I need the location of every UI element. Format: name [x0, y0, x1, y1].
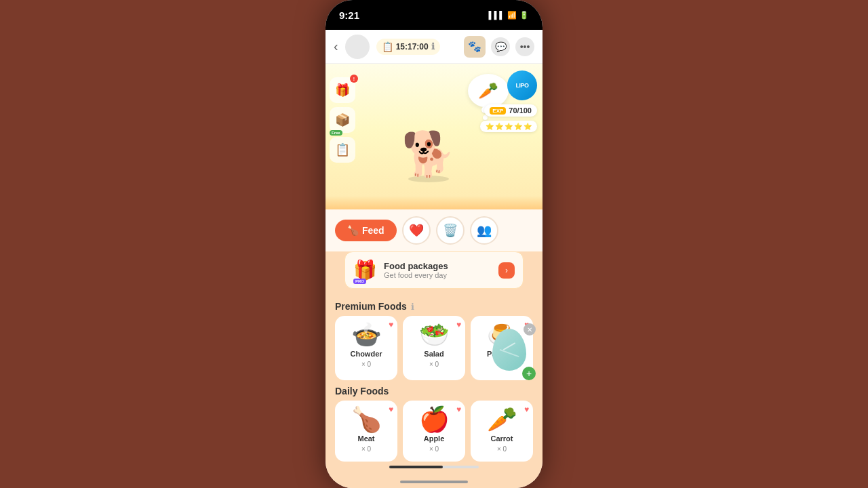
chowder-name: Chowder — [350, 350, 382, 358]
chowder-emoji: 🍲 — [351, 323, 382, 347]
pet-area: 🎁 ! 📦 Free 📋 🥕 🐕 — [326, 64, 542, 196]
star-4: ⭐ — [514, 123, 522, 130]
star-2: ⭐ — [495, 123, 503, 130]
wifi-icon: 📶 — [507, 11, 517, 20]
timer-icon: 📋 — [382, 41, 393, 52]
feed-button[interactable]: 🍗 Feed — [335, 220, 397, 241]
stars-row: ⭐ ⭐ ⭐ ⭐ ⭐ — [480, 121, 537, 132]
egg-shape — [492, 329, 526, 371]
more-button[interactable]: ••• — [515, 37, 534, 56]
chowder-heart: ♥ — [389, 320, 393, 329]
carrot-heart: ♥ — [524, 405, 529, 414]
salad-card[interactable]: ♥ 🥗 Salad × 0 — [403, 316, 465, 380]
gift-badge: ! — [350, 75, 358, 83]
feed-icon: 🍗 — [347, 225, 359, 236]
premium-foods-title: Premium Foods — [335, 301, 407, 312]
daily-foods-grid: ♥ 🍗 Meat × 0 ♥ 🍎 Apple × 0 ♥ 🥕 Carrot × … — [335, 401, 533, 462]
phone-frame: 9:21 ▌▌▌ 📶 🔋 ‹ 📋 15:17:00 ℹ 🐾 💬 ••• 🎁 — [326, 0, 542, 488]
dynamic-island — [403, 7, 465, 24]
right-stats: LIPO EXP 70/100 ⭐ ⭐ ⭐ ⭐ ⭐ — [480, 70, 537, 132]
main-content: 🎁 PRO Food packages Get food every day ›… — [326, 251, 542, 475]
food-pkg-title: Food packages — [384, 261, 492, 271]
chat-nav-icon[interactable]: 💬 — [491, 37, 510, 56]
meat-emoji: 🍗 — [351, 407, 382, 432]
lipo-label: LIPO — [515, 82, 528, 89]
meat-name: Meat — [357, 434, 374, 443]
package-item[interactable]: 📦 Free — [330, 107, 355, 133]
daily-foods-header: Daily Foods — [335, 380, 533, 401]
apple-heart: ♥ — [456, 405, 461, 414]
scroll-indicator — [389, 466, 479, 468]
carrot-count: × 0 — [497, 445, 507, 453]
dog-emoji: 🐕 — [401, 132, 456, 176]
apple-emoji: 🍎 — [419, 407, 450, 432]
heart-action-button[interactable]: ❤️ — [402, 216, 431, 245]
egg-crack-1 — [503, 342, 515, 350]
avatar-circle — [345, 35, 370, 59]
carrot-name: Carrot — [490, 434, 513, 443]
free-badge: Free — [330, 130, 342, 136]
star-3: ⭐ — [505, 123, 513, 130]
food-packages-banner[interactable]: 🎁 PRO Food packages Get food every day › — [344, 251, 524, 289]
carrot-emoji: 🥕 — [487, 407, 517, 432]
daily-foods-title: Daily Foods — [335, 386, 389, 396]
food-pkg-text: Food packages Get food every day — [384, 261, 492, 279]
status-icons: ▌▌▌ 📶 🔋 — [489, 11, 529, 20]
salad-heart: ♥ — [456, 320, 461, 329]
exp-value: 70/100 — [509, 106, 532, 115]
chowder-count: × 0 — [361, 361, 371, 368]
gift-item[interactable]: 🎁 ! — [330, 77, 355, 103]
timer-value: 15:17:00 — [396, 42, 429, 52]
top-nav: ‹ 📋 15:17:00 ℹ 🐾 💬 ••• — [326, 30, 542, 64]
premium-foods-header: Premium Foods ℹ — [335, 296, 533, 316]
nav-right: 🐾 💬 ••• — [464, 36, 534, 58]
pet-nav-icon[interactable]: 🐾 — [464, 36, 486, 58]
food-pkg-arrow[interactable]: › — [498, 262, 515, 279]
exp-label: EXP — [490, 107, 506, 115]
salad-emoji: 🥗 — [419, 323, 450, 347]
food-pkg-icon-container: 🎁 PRO — [353, 259, 377, 281]
status-bar: 9:21 ▌▌▌ 📶 🔋 — [326, 0, 542, 30]
floating-egg: ✕ + — [492, 329, 530, 375]
chowder-card[interactable]: ♥ 🍲 Chowder × 0 — [335, 316, 397, 380]
home-indicator — [326, 475, 542, 488]
add-egg-button[interactable]: + — [522, 367, 536, 380]
close-egg-button[interactable]: ✕ — [524, 323, 536, 336]
exp-bar: EXP 70/100 — [484, 104, 537, 117]
apple-name: Apple — [424, 434, 445, 443]
action-bar: 🍗 Feed ❤️ 🗑️ 👥 — [326, 209, 542, 251]
divider-strip — [326, 196, 542, 209]
lipo-button[interactable]: LIPO — [507, 70, 537, 100]
egg-crack-2 — [500, 349, 519, 357]
pro-badge: PRO — [353, 279, 366, 284]
carrot-card[interactable]: ♥ 🥕 Carrot × 0 — [471, 401, 533, 462]
star-1: ⭐ — [486, 123, 494, 130]
left-sidebar-items: 🎁 ! 📦 Free 📋 — [330, 77, 355, 163]
timer-box: 📋 15:17:00 ℹ — [376, 39, 440, 55]
salad-count: × 0 — [429, 361, 439, 368]
timer-info-icon: ℹ — [431, 41, 435, 52]
apple-count: × 0 — [429, 445, 439, 453]
scroll-bar-inner — [389, 466, 443, 468]
meat-heart: ♥ — [389, 405, 393, 414]
meat-card[interactable]: ♥ 🍗 Meat × 0 — [335, 401, 397, 462]
book-item[interactable]: 📋 — [330, 137, 355, 163]
feed-label: Feed — [362, 225, 384, 236]
food-pkg-subtitle: Get food every day — [384, 271, 492, 279]
food-pkg-emoji: 🎁 — [353, 260, 377, 281]
back-button[interactable]: ‹ — [334, 39, 338, 54]
users-action-button[interactable]: 👥 — [470, 216, 498, 245]
signal-icon: ▌▌▌ — [489, 11, 505, 19]
dog-container[interactable]: 🐕 — [401, 132, 456, 182]
apple-card[interactable]: ♥ 🍎 Apple × 0 — [403, 401, 465, 462]
status-time: 9:21 — [339, 9, 359, 21]
premium-foods-info-icon: ℹ — [411, 302, 414, 312]
salad-name: Salad — [424, 350, 443, 358]
home-bar — [400, 481, 468, 483]
meat-count: × 0 — [361, 445, 371, 453]
trash-action-button[interactable]: 🗑️ — [436, 216, 465, 245]
battery-icon: 🔋 — [519, 11, 529, 20]
star-5: ⭐ — [524, 123, 532, 130]
